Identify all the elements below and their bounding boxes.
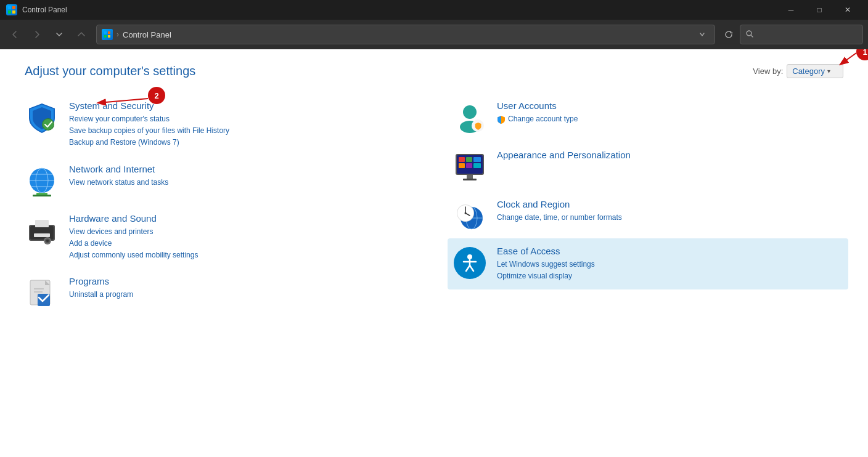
back-button[interactable] xyxy=(5,25,25,44)
svg-rect-39 xyxy=(466,163,472,168)
programs-link-1[interactable]: Uninstall a program xyxy=(69,289,416,301)
forward-button[interactable] xyxy=(27,25,47,44)
ease-of-access-content: Ease of Access Let Windows suggest setti… xyxy=(497,246,843,282)
ease-of-access-link-1[interactable]: Let Windows suggest settings xyxy=(497,259,843,270)
annotation-arrow-1 xyxy=(838,52,859,70)
globe-icon xyxy=(25,166,59,196)
address-separator: › xyxy=(117,30,119,39)
system-security-link-2[interactable]: Save backup copies of your files with Fi… xyxy=(69,125,416,137)
user-accounts-content: User Accounts Change account type xyxy=(497,100,843,125)
page-header: Adjust your computer's settings View by:… xyxy=(25,64,843,78)
network-internet-title[interactable]: Network and Internet xyxy=(69,164,416,174)
programs-content: Programs Uninstall a program xyxy=(69,276,416,301)
svg-rect-19 xyxy=(30,226,54,240)
svg-rect-35 xyxy=(459,157,465,162)
view-by-control: View by: Category ▾ 1 xyxy=(753,64,843,78)
svg-rect-2 xyxy=(8,10,11,14)
svg-rect-7 xyxy=(108,35,110,38)
view-by-label: View by: xyxy=(753,67,783,76)
system-security-link-3[interactable]: Backup and Restore (Windows 7) xyxy=(69,137,416,148)
svg-rect-40 xyxy=(473,163,481,168)
shield-icon xyxy=(25,101,59,134)
category-programs: Programs Uninstall a program xyxy=(25,269,416,318)
view-by-dropdown[interactable]: Category ▾ 1 xyxy=(787,64,843,78)
search-bar[interactable] xyxy=(740,25,863,44)
navigation-bar: › Control Panel xyxy=(0,20,868,49)
programs-icon xyxy=(25,276,59,310)
address-dropdown-button[interactable] xyxy=(695,27,710,42)
svg-rect-36 xyxy=(466,157,472,162)
svg-rect-4 xyxy=(104,31,107,34)
network-internet-content: Network and Internet View network status… xyxy=(69,164,416,188)
minimize-button[interactable]: ─ xyxy=(777,0,805,20)
ease-of-access-link-2[interactable]: Optimize visual display xyxy=(497,270,843,282)
svg-rect-42 xyxy=(463,179,477,180)
annotation-2-wrapper: 2 xyxy=(148,87,165,104)
address-bar[interactable]: › Control Panel xyxy=(96,25,715,44)
system-security-link-1[interactable]: Review your computer's status xyxy=(69,113,416,125)
clock-region-title[interactable]: Clock and Region xyxy=(497,199,843,209)
svg-rect-0 xyxy=(8,6,11,9)
search-icon xyxy=(745,30,754,40)
category-hardware-sound: Hardware and Sound View devices and prin… xyxy=(25,206,416,269)
appearance-icon xyxy=(452,150,487,184)
network-internet-icon xyxy=(25,164,59,198)
svg-rect-38 xyxy=(459,163,465,168)
hardware-sound-link-1[interactable]: View devices and printers xyxy=(69,226,416,238)
title-bar: Control Panel ─ □ ✕ xyxy=(0,0,868,20)
annotation-arrow-2 xyxy=(92,95,151,108)
user-accounts-link-1[interactable]: Change account type xyxy=(497,113,843,125)
hardware-sound-icon xyxy=(25,213,59,248)
svg-point-23 xyxy=(46,240,49,242)
category-user-accounts: User Accounts Change account type xyxy=(452,93,843,142)
svg-line-54 xyxy=(466,265,470,271)
category-network-internet: Network and Internet View network status… xyxy=(25,156,416,206)
up-button[interactable] xyxy=(72,25,91,44)
appearance-title[interactable]: Appearance and Personalization xyxy=(497,150,843,160)
svg-point-8 xyxy=(747,31,751,36)
ease-of-access-title[interactable]: Ease of Access xyxy=(497,246,843,256)
dropdown-history-button[interactable] xyxy=(49,25,69,44)
svg-rect-37 xyxy=(473,157,481,162)
svg-rect-1 xyxy=(12,6,15,9)
accessibility-icon xyxy=(454,247,486,279)
dropdown-arrow-icon: ▾ xyxy=(827,68,830,75)
page-title: Adjust your computer's settings xyxy=(25,64,195,78)
svg-point-10 xyxy=(43,119,54,130)
appearance-content: Appearance and Personalization xyxy=(497,150,843,163)
hardware-sound-title[interactable]: Hardware and Sound xyxy=(69,213,416,224)
title-bar-controls: ─ □ ✕ xyxy=(777,0,862,20)
clock-region-icon xyxy=(452,199,487,233)
svg-rect-6 xyxy=(104,35,107,38)
user-icon-svg xyxy=(453,101,486,134)
svg-rect-24 xyxy=(35,220,49,227)
user-accounts-title[interactable]: User Accounts xyxy=(497,100,843,111)
category-appearance: Appearance and Personalization xyxy=(452,142,843,192)
svg-rect-5 xyxy=(108,31,110,34)
hardware-sound-link-2[interactable]: Add a device xyxy=(69,238,416,249)
close-button[interactable]: ✕ xyxy=(833,0,862,20)
programs-title[interactable]: Programs xyxy=(69,276,416,286)
hardware-sound-content: Hardware and Sound View devices and prin… xyxy=(69,213,416,262)
ease-of-access-icon xyxy=(452,246,487,280)
hardware-sound-link-3[interactable]: Adjust commonly used mobility settings xyxy=(69,249,416,261)
view-by-value: Category xyxy=(792,67,825,76)
svg-rect-41 xyxy=(467,175,473,179)
svg-rect-17 xyxy=(33,195,51,196)
category-system-security: System and Security Review your computer… xyxy=(25,93,416,156)
clock-globe-icon xyxy=(453,200,486,233)
person-accessibility-icon xyxy=(460,253,480,273)
svg-rect-3 xyxy=(12,10,15,14)
clock-region-link-1[interactable]: Change date, time, or number formats xyxy=(497,212,843,224)
programs-icon-svg xyxy=(25,277,59,310)
user-accounts-icon xyxy=(452,100,487,135)
network-internet-link-1[interactable]: View network status and tasks xyxy=(69,177,416,188)
refresh-button[interactable] xyxy=(720,26,737,43)
right-column: User Accounts Change account type xyxy=(452,93,843,318)
system-security-icon xyxy=(25,100,59,135)
printer-icon xyxy=(25,214,59,247)
clock-region-content: Clock and Region Change date, time, or n… xyxy=(497,199,843,224)
app-icon xyxy=(6,4,17,15)
address-bar-icon xyxy=(102,29,113,40)
maximize-button[interactable]: □ xyxy=(805,0,833,20)
